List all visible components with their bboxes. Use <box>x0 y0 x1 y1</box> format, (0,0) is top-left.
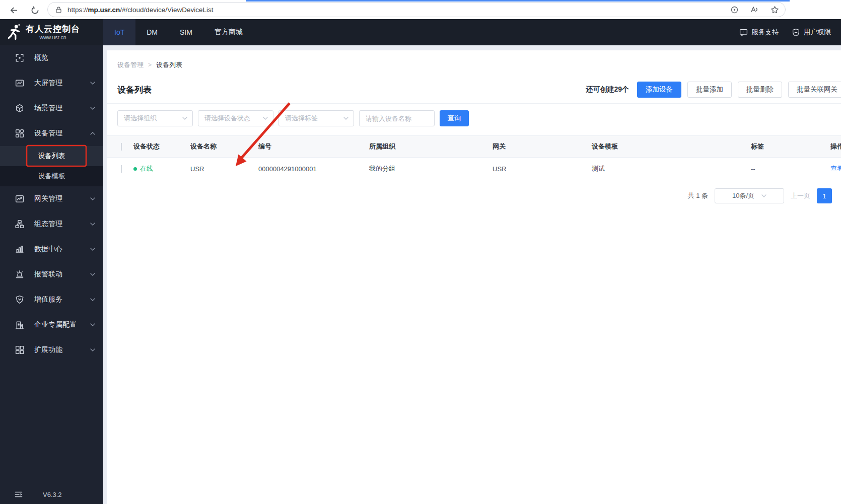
browser-back-button[interactable] <box>7 4 20 17</box>
chevron-down-icon <box>90 298 95 301</box>
batch-link-gateway-button[interactable]: 批量关联网关 <box>788 82 841 98</box>
sidebar-item-label: 网关管理 <box>34 194 62 203</box>
title-row: 设备列表 还可创建29个 添加设备 批量添加 批量删除 批量关联网关 <box>107 81 841 99</box>
prev-page-button[interactable]: 上一页 <box>791 191 810 200</box>
col-tag: 标签 <box>747 142 826 151</box>
page-size-value: 10条/页 <box>732 191 754 200</box>
chevron-down-icon <box>90 107 95 110</box>
batch-add-button[interactable]: 批量添加 <box>687 82 732 98</box>
brand-title: 有人云控制台 <box>26 24 80 34</box>
sidebar-subitem-label: 设备模板 <box>38 172 65 181</box>
overview-icon <box>15 53 24 62</box>
sidebar-item-device-template[interactable]: 设备模板 <box>0 166 103 186</box>
select-all-checkbox[interactable] <box>121 143 122 151</box>
service-support-label: 服务支持 <box>751 28 779 37</box>
table-row: 在线 USR 0000004291000001 我的分组 USR 测试 -- 查… <box>107 158 841 180</box>
chevron-down-icon <box>90 348 95 351</box>
product-tabs: IoT DM SIM 官方商城 <box>103 19 254 45</box>
sidebar-item-screen-mgmt[interactable]: 大屏管理 <box>0 70 103 96</box>
sidebar-item-label: 企业专属配置 <box>34 320 77 329</box>
device-template-value: 测试 <box>588 164 747 173</box>
brand-logo[interactable]: 有人云控制台 www.usr.cn <box>0 19 103 45</box>
sidebar-item-data-center[interactable]: 数据中心 <box>0 237 103 262</box>
sidebar-item-enterprise-config[interactable]: 企业专属配置 <box>0 312 103 337</box>
tag-select[interactable]: 请选择标签 <box>278 110 354 126</box>
browser-address-bar[interactable]: https://mp.usr.cn/#/cloud/device/ViewDev… <box>47 2 786 17</box>
sidebar-item-device-list[interactable]: 设备列表 <box>0 146 103 166</box>
batch-delete-button[interactable]: 批量删除 <box>738 82 782 98</box>
page-number-button[interactable]: 1 <box>817 188 832 203</box>
col-gateway: 网关 <box>488 142 588 151</box>
alarm-icon <box>15 270 24 279</box>
add-device-button[interactable]: 添加设备 <box>637 82 681 98</box>
data-icon <box>15 245 24 254</box>
scene-icon <box>15 104 24 113</box>
total-count-label: 共 1 条 <box>688 191 708 200</box>
device-status-value: 在线 <box>129 164 186 173</box>
enterprise-icon <box>15 320 24 329</box>
tab-mall[interactable]: 官方商城 <box>203 19 254 45</box>
filter-row: 请选择组织 请选择设备状态 请选择标签 查询 <box>107 104 841 133</box>
select-chevron-icon <box>343 117 348 120</box>
browser-refresh-button[interactable] <box>28 4 41 17</box>
device-status-select[interactable]: 请选择设备状态 <box>198 110 273 126</box>
lock-icon <box>55 6 62 14</box>
chevron-down-icon <box>90 223 95 226</box>
content-card: 设备管理 > 设备列表 设备列表 还可创建29个 添加设备 批量添加 批量删除 … <box>107 50 841 504</box>
tab-dm[interactable]: DM <box>135 19 169 45</box>
scada-icon <box>15 220 24 229</box>
sidebar-item-scada-mgmt[interactable]: 组态管理 <box>0 211 103 237</box>
sidebar-item-label: 组态管理 <box>34 220 62 229</box>
chevron-up-icon <box>90 132 95 135</box>
user-permission-button[interactable]: 用户权限 <box>792 28 831 37</box>
device-tag-value: -- <box>747 165 826 173</box>
view-link[interactable]: 查看 <box>826 164 841 173</box>
chevron-down-icon <box>90 248 95 251</box>
tag-select-placeholder: 请选择标签 <box>285 114 318 123</box>
sidebar-item-label: 增值服务 <box>34 295 62 304</box>
breadcrumb-section[interactable]: 设备管理 <box>117 60 144 69</box>
device-name-value: USR <box>186 165 254 173</box>
search-button[interactable]: 查询 <box>440 110 469 126</box>
service-support-button[interactable]: 服务支持 <box>739 28 779 37</box>
location-icon[interactable] <box>730 5 739 14</box>
collapse-icon[interactable] <box>14 490 23 499</box>
col-sn: 编号 <box>254 142 365 151</box>
gateway-icon <box>15 194 24 203</box>
sidebar-item-label: 设备管理 <box>34 129 62 138</box>
sidebar-item-label: 大屏管理 <box>34 79 62 88</box>
sidebar-item-alarm-linkage[interactable]: 报警联动 <box>0 262 103 287</box>
sidebar-item-device-mgmt[interactable]: 设备管理 <box>0 121 103 146</box>
browser-toolbar: https://mp.usr.cn/#/cloud/device/ViewDev… <box>0 0 841 19</box>
online-dot-icon <box>133 167 137 171</box>
select-chevron-icon <box>263 117 268 120</box>
device-gateway-value: USR <box>488 165 588 173</box>
sidebar-item-label: 报警联动 <box>34 270 62 279</box>
version-label: V6.3.2 <box>43 491 62 498</box>
device-name-input[interactable] <box>359 110 435 126</box>
sidebar-item-extensions[interactable]: 扩展功能 <box>0 337 103 363</box>
browser-tab-strip <box>246 0 790 2</box>
device-status-placeholder: 请选择设备状态 <box>204 114 250 123</box>
quota-text: 还可创建29个 <box>586 85 629 94</box>
sidebar-item-scene-mgmt[interactable]: 场景管理 <box>0 96 103 121</box>
org-select[interactable]: 请选择组织 <box>117 110 193 126</box>
sidebar-item-gateway-mgmt[interactable]: 网关管理 <box>0 186 103 211</box>
refresh-icon <box>31 6 39 15</box>
tab-iot[interactable]: IoT <box>103 19 135 45</box>
pagination: 共 1 条 10条/页 上一页 1 <box>107 188 841 203</box>
shield-icon <box>792 28 800 37</box>
read-aloud-icon[interactable] <box>750 5 759 14</box>
chevron-down-icon <box>90 273 95 276</box>
table-header: 设备状态 设备名称 编号 所属组织 网关 设备模板 标签 操作 <box>107 135 841 158</box>
brand-subtitle: www.usr.cn <box>26 34 80 40</box>
sidebar-footer: V6.3.2 <box>0 488 103 501</box>
breadcrumb-current: 设备列表 <box>156 60 182 69</box>
sidebar-item-value-added[interactable]: 增值服务 <box>0 287 103 312</box>
tab-sim[interactable]: SIM <box>169 19 203 45</box>
sidebar-item-overview[interactable]: 概览 <box>0 45 103 70</box>
row-checkbox[interactable] <box>121 165 122 173</box>
favorite-star-icon[interactable] <box>770 5 779 14</box>
page-size-select[interactable]: 10条/页 <box>715 188 784 203</box>
back-icon <box>9 6 19 15</box>
